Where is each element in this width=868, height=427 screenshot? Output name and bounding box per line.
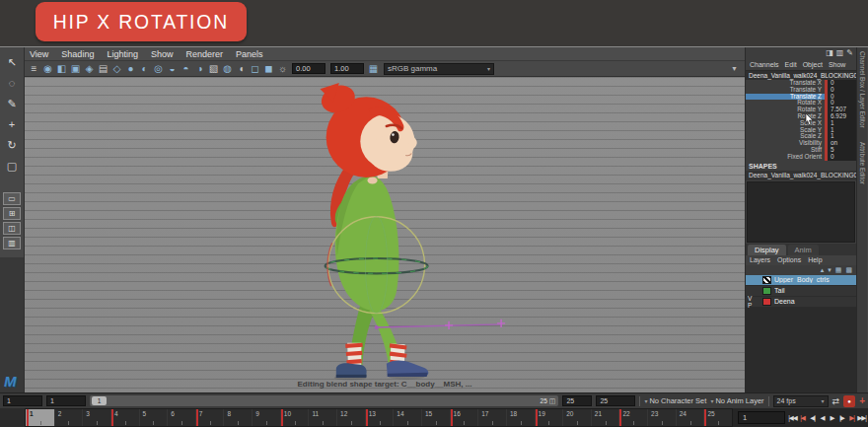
go-to-end-button[interactable]: ▶▶| — [857, 414, 866, 422]
timeline-frame[interactable]: 18 — [506, 409, 535, 426]
panel-dropdown-icon[interactable]: ▼ — [731, 65, 738, 72]
timeline-frame[interactable]: 1 — [26, 409, 54, 426]
move-tool-icon[interactable]: + — [4, 116, 21, 133]
layer-row[interactable]: V P Deena — [746, 297, 856, 308]
split-pane-layout-button[interactable]: ◫ — [3, 222, 21, 235]
range-slider[interactable]: 1 25 ◫ — [90, 395, 558, 406]
tool-settings-toggle-icon[interactable]: ▥ — [836, 48, 844, 59]
viewport-menu-item[interactable]: View — [30, 49, 48, 59]
channel-value[interactable]: 0 — [828, 154, 856, 161]
timeline-frame[interactable]: 13 — [365, 409, 394, 426]
lasso-select-tool-icon[interactable]: ◌ — [4, 75, 21, 92]
timeline-frame[interactable]: 25 — [703, 409, 732, 426]
channel-box-menu-item[interactable]: Object — [803, 61, 823, 68]
playback-end-field[interactable]: 25 — [562, 395, 592, 406]
viewport-canvas[interactable]: Editing blend shape target: C__body__MSH… — [25, 77, 745, 392]
range-grip-icon[interactable]: ◫ — [549, 396, 556, 405]
layer-editor-tab[interactable]: Anim — [788, 245, 819, 255]
xray-icon[interactable]: ◻ — [249, 62, 261, 75]
layer-row[interactable]: Upper_Body_ctrls — [746, 275, 856, 286]
timeline-frame[interactable]: 14 — [393, 409, 421, 426]
play-backwards-button[interactable]: ◀ — [818, 414, 827, 422]
gamma-field[interactable]: 1.00 — [330, 63, 364, 74]
screen-ao-icon[interactable]: ◓ — [180, 62, 192, 75]
timeline-frame[interactable]: 23 — [647, 409, 676, 426]
timeline-frame[interactable]: 21 — [591, 409, 619, 426]
use-all-lights-icon[interactable]: ◎ — [152, 62, 165, 75]
timeline-frame[interactable]: 10 — [280, 409, 309, 426]
step-back-frame-button[interactable]: ◀| — [808, 414, 817, 422]
shadows-icon[interactable]: ◒ — [166, 62, 179, 75]
colorspace-dropdown[interactable]: sRGB gamma ▾ — [384, 63, 494, 75]
image-plane-icon[interactable]: ▤ — [97, 62, 109, 75]
playback-start-field[interactable]: 1 — [46, 395, 86, 406]
go-to-start-button[interactable]: |◀◀ — [788, 414, 797, 422]
exposure-icon[interactable]: ☼ — [276, 62, 289, 75]
channel-box-menu-item[interactable]: Channels — [750, 61, 779, 68]
character-set-dropdown[interactable]: ▾ No Character Set — [644, 396, 706, 405]
layer-color-swatch[interactable] — [762, 287, 771, 295]
channel-name[interactable]: Fixed Orient — [746, 154, 825, 161]
timeline-frame[interactable]: 8 — [223, 409, 252, 426]
viewport-menu-item[interactable]: Shading — [61, 49, 94, 59]
timeline-frame[interactable]: 16 — [450, 409, 478, 426]
step-forward-frame-button[interactable]: |▶ — [837, 414, 846, 422]
range-slider-handle[interactable]: 1 — [92, 396, 107, 405]
auto-key-button[interactable]: ● — [843, 395, 855, 407]
exposure-field[interactable]: 0.00 — [292, 63, 326, 74]
viewport-menu-item[interactable]: Panels — [236, 49, 263, 59]
sidebar-tab[interactable]: Attribute Editor — [859, 142, 866, 184]
wireframe-icon[interactable]: ◇ — [110, 62, 123, 75]
layer-editor-menu-item[interactable]: Options — [777, 256, 801, 263]
fps-dropdown[interactable]: 24 fps ▾ — [773, 395, 829, 407]
single-pane-layout-button[interactable]: ▭ — [3, 192, 21, 205]
animation-start-field[interactable]: 1 — [3, 395, 42, 406]
panel-menu-icon[interactable]: ≡ — [28, 62, 40, 75]
viewport-menu-item[interactable]: Lighting — [107, 49, 138, 59]
timeline-frame[interactable]: 15 — [421, 409, 450, 426]
shapes-node-name[interactable]: Deena_Vanilla_walk024_BLOCKING01:IK... — [746, 171, 856, 180]
textured-icon[interactable]: ◐ — [138, 62, 151, 75]
viewport-menu-item[interactable]: Show — [151, 49, 174, 59]
layer-move-up-icon[interactable]: ▴ — [821, 265, 825, 275]
timeline-frame[interactable]: 4 — [110, 409, 139, 426]
play-forward-button[interactable]: ▶ — [828, 414, 836, 422]
animation-end-field[interactable]: 25 — [596, 395, 635, 406]
layer-editor-menu-item[interactable]: Layers — [750, 256, 770, 263]
timeline-frame[interactable]: 12 — [336, 409, 365, 426]
select-camera-icon[interactable]: ◉ — [41, 62, 54, 75]
anim-layer-dropdown[interactable]: ▾ No Anim Layer — [710, 396, 763, 405]
layer-move-down-icon[interactable]: ▾ — [828, 265, 832, 275]
viewport-menu-item[interactable]: Renderer — [185, 49, 223, 59]
scale-tool-icon[interactable]: ▢ — [4, 158, 21, 175]
timeline-frame[interactable]: 9 — [252, 409, 280, 426]
layer-flags[interactable]: V P — [746, 295, 762, 309]
smooth-shade-icon[interactable]: ● — [124, 62, 137, 75]
channel-box-menu-item[interactable]: Edit — [785, 61, 797, 68]
motion-blur-icon[interactable]: ◑ — [193, 62, 206, 75]
camera-attributes-icon[interactable]: ▣ — [69, 62, 82, 75]
layer-editor-menu-item[interactable]: Help — [808, 256, 822, 263]
timeline-frame[interactable]: 5 — [139, 409, 168, 426]
timeline-frame[interactable]: 24 — [676, 409, 704, 426]
step-back-key-button[interactable]: |◀ — [798, 414, 807, 422]
layer-editor-tab[interactable]: Display — [748, 245, 786, 255]
timeline-frame[interactable]: 22 — [618, 409, 647, 426]
sidebar-tab[interactable]: Channel Box / Layer Editor — [859, 51, 866, 128]
timeline-frame[interactable]: 20 — [562, 409, 591, 426]
lock-camera-icon[interactable]: ◧ — [55, 62, 68, 75]
empty-layer-icon[interactable]: ▦ — [835, 265, 842, 275]
paint-select-tool-icon[interactable]: ✎ — [4, 96, 21, 112]
channel-box-menu-item[interactable]: Show — [829, 61, 846, 68]
channel-box-toggle-icon[interactable]: ✎ — [846, 48, 853, 59]
timeline-frame[interactable]: 7 — [195, 409, 224, 426]
isolate-select-icon[interactable]: ◖ — [235, 62, 248, 75]
depth-of-field-icon[interactable]: ◍ — [221, 62, 234, 75]
channel-row[interactable]: Fixed Orient 0 — [746, 154, 856, 161]
layer-from-selected-icon[interactable]: ▩ — [845, 265, 852, 275]
snapshot-icon[interactable]: ▦ — [367, 62, 380, 75]
multisample-icon[interactable]: ▧ — [207, 62, 220, 75]
four-pane-layout-button[interactable]: ⊞ — [3, 207, 21, 220]
layer-color-swatch[interactable] — [762, 298, 771, 306]
timeline-frame[interactable]: 3 — [82, 409, 110, 426]
